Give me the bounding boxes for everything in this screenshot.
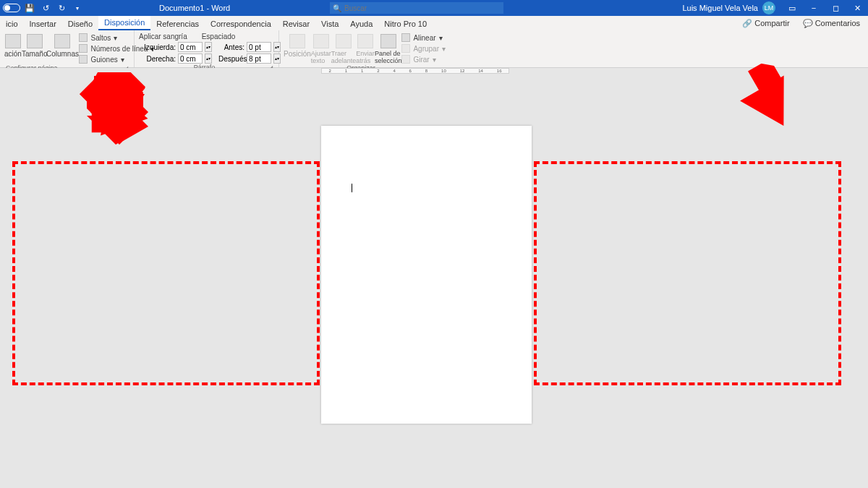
tab-correspondencia[interactable]: Correspondencia	[205, 17, 277, 30]
title-right: Luis Miguel Vela Vela LM ▭ − ◻ ✕	[682, 0, 868, 16]
spacing-header: Espaciado	[202, 33, 236, 40]
wrap-icon	[313, 34, 329, 48]
send-backward-button: Enviar atrás	[356, 33, 375, 64]
tab-ayuda[interactable]: Ayuda	[344, 17, 378, 30]
rotate-icon	[401, 55, 410, 64]
columns-icon	[54, 34, 70, 48]
align-icon	[401, 33, 410, 42]
minimize-icon[interactable]: −	[803, 0, 825, 16]
tab-disposicion[interactable]: Disposición	[98, 16, 150, 30]
tab-referencias[interactable]: Referencias	[150, 17, 205, 30]
share-button[interactable]: 🔗 Compartir	[739, 17, 793, 30]
maximize-icon[interactable]: ◻	[825, 0, 846, 16]
spacing-before[interactable]: Antes:▴▾	[216, 42, 281, 52]
orientation-icon	[5, 34, 21, 48]
annotation-box-left	[12, 161, 320, 385]
indent-left[interactable]: Izquierda:▴▾	[139, 42, 212, 52]
hyphenation-icon	[79, 55, 88, 64]
title-bar: 💾 ↺ ↻ ▾ Documento1 - Word 🔍 Luis Miguel …	[0, 0, 868, 16]
annotation-arrow-left-shape	[85, 78, 158, 150]
wrap-text-button: Ajustar texto	[311, 33, 331, 64]
svg-marker-7	[85, 78, 158, 150]
tab-nitro[interactable]: Nitro Pro 10	[378, 17, 433, 30]
undo-icon[interactable]: ↺	[39, 1, 52, 14]
selection-pane-button[interactable]: Panel de selección	[375, 33, 402, 64]
ribbon-options-icon[interactable]: ▭	[781, 0, 803, 16]
svg-marker-8	[729, 59, 806, 138]
annotation-arrow-right	[725, 59, 809, 143]
search-icon: 🔍	[333, 4, 341, 12]
qat: 💾 ↺ ↻ ▾	[0, 1, 84, 14]
document-page[interactable]	[321, 126, 532, 424]
tab-diseno[interactable]: Diseño	[62, 17, 98, 30]
tab-revisar[interactable]: Revisar	[277, 17, 315, 30]
size-button[interactable]: Tamaño	[22, 33, 48, 64]
ribbon-tabs: icio Insertar Diseño Disposición Referen…	[0, 16, 868, 30]
search-input[interactable]	[344, 4, 501, 12]
spinner-icon[interactable]: ▴▾	[205, 42, 212, 52]
save-icon[interactable]: 💾	[23, 1, 36, 14]
tab-insertar[interactable]: Insertar	[24, 17, 62, 30]
annotation-box-right	[534, 161, 841, 385]
qat-dropdown-icon[interactable]: ▾	[71, 1, 84, 14]
autosave-toggle[interactable]	[3, 4, 20, 12]
indent-header: Aplicar sangría	[139, 33, 187, 40]
horizontal-ruler[interactable]: 211246810121416	[321, 68, 509, 74]
line-numbers-icon	[79, 44, 88, 53]
avatar[interactable]: LM	[762, 1, 775, 14]
breaks-icon	[79, 33, 88, 42]
align-button[interactable]: Alinear ▾	[401, 33, 446, 43]
backward-icon	[357, 34, 373, 48]
selection-pane-icon	[380, 34, 396, 48]
forward-icon	[336, 34, 352, 48]
bring-forward-button: Traer adelante	[331, 33, 357, 64]
close-icon[interactable]: ✕	[846, 0, 868, 16]
group-paragraph: Aplicar sangría Espaciado Izquierda:▴▾ A…	[135, 30, 279, 67]
tab-vista[interactable]: Vista	[315, 17, 344, 30]
position-icon	[289, 34, 305, 48]
orientation-button[interactable]: ación	[4, 33, 22, 64]
indent-right[interactable]: Derecha:▴▾	[139, 53, 212, 64]
username-label: Luis Miguel Vela Vela	[682, 4, 762, 12]
group-page-setup: ación Tamaño Columnas Saltos ▾ Números d…	[0, 30, 135, 67]
comments-button[interactable]: 💬 Comentarios	[799, 17, 864, 30]
text-cursor	[352, 184, 352, 192]
document-title: Documento1 - Word	[159, 4, 230, 12]
columns-button[interactable]: Columnas	[47, 33, 77, 64]
spacing-after[interactable]: Después:▴▾	[216, 53, 281, 64]
tab-inicio[interactable]: icio	[0, 17, 24, 30]
group-arrange: Posición Ajustar texto Traer adelante En…	[279, 30, 443, 67]
group-button: Agrupar ▾	[401, 43, 446, 53]
spinner-icon[interactable]: ▴▾	[205, 53, 212, 64]
position-button: Posición	[284, 33, 311, 64]
size-icon	[27, 34, 43, 48]
search-box[interactable]: 🔍	[330, 2, 503, 14]
group-icon	[401, 44, 410, 53]
rotate-button: Girar ▾	[401, 54, 446, 64]
redo-icon[interactable]: ↻	[55, 1, 68, 14]
